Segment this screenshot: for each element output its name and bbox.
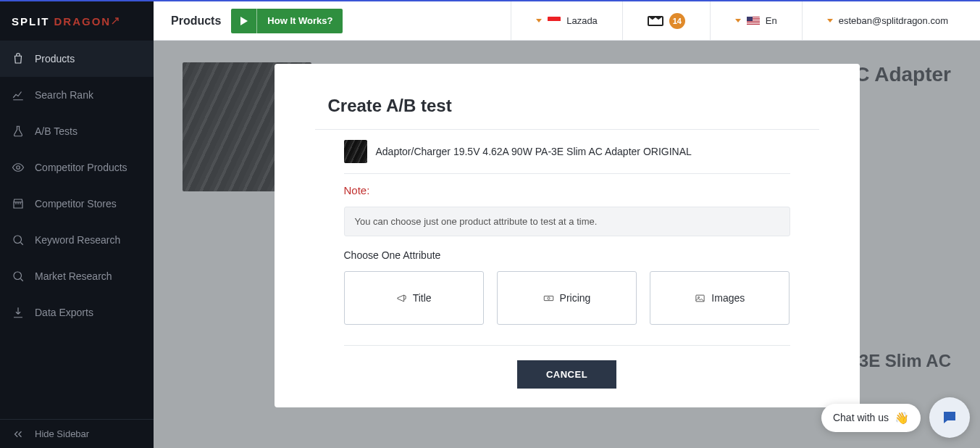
svg-point-0: [17, 166, 20, 170]
brand-part2: DRAGON: [54, 15, 112, 28]
caret-down-icon: [827, 19, 833, 22]
svg-point-1: [14, 236, 22, 244]
megaphone-icon: [396, 293, 407, 304]
attribute-label: Pricing: [560, 292, 591, 304]
caret-down-icon: [536, 19, 542, 22]
sidebar-item-label: Products: [35, 53, 75, 65]
sidebar-item-competitor-stores[interactable]: Competitor Stores: [0, 186, 154, 222]
language-label: En: [766, 15, 777, 26]
language-switcher[interactable]: En: [721, 1, 792, 41]
topbar: Products How It Works? Lazada 14 En: [154, 1, 980, 41]
attribute-title-card[interactable]: Title: [344, 271, 484, 325]
modal-title: Create A/B test: [315, 84, 819, 129]
page-title: Products: [171, 14, 221, 28]
modal-product-row: Adaptor/Charger 19.5V 4.62A 90W PA-3E Sl…: [275, 130, 860, 173]
platform-switcher[interactable]: Lazada: [522, 1, 612, 41]
chat-widget: Chat with us 👋: [821, 397, 970, 438]
image-icon: [695, 293, 705, 304]
attribute-label: Title: [413, 292, 432, 304]
sidebar-item-data-exports[interactable]: Data Exports: [0, 294, 154, 331]
sidebar-item-label: Market Research: [35, 270, 112, 282]
flask-icon: [12, 125, 25, 138]
sidebar-item-products[interactable]: Products: [0, 41, 154, 77]
sidebar-item-keyword-research[interactable]: Keyword Research: [0, 222, 154, 258]
sidebar-item-label: Search Rank: [35, 89, 93, 101]
flag-sg-icon: [548, 17, 561, 25]
sidebar-item-label: Keyword Research: [35, 234, 120, 246]
attribute-images-card[interactable]: Images: [650, 271, 790, 325]
notification-badge: 14: [669, 13, 685, 29]
attribute-options: Title Pricing Images: [344, 271, 790, 325]
main-region: Products How It Works? Lazada 14 En: [154, 1, 980, 448]
chat-pill[interactable]: Chat with us 👋: [821, 404, 921, 432]
sidebar-item-label: Competitor Products: [35, 162, 127, 173]
user-menu[interactable]: esteban@splitdragon.com: [813, 1, 963, 41]
sidebar-item-search-rank[interactable]: Search Rank: [0, 77, 154, 113]
logo[interactable]: SPLIT DRAGON: [0, 1, 154, 41]
sidebar: SPLIT DRAGON Products Search Rank A/B Te…: [0, 1, 154, 448]
caret-down-icon: [735, 19, 741, 22]
choose-attribute-label: Choose One Attribute: [344, 249, 790, 261]
search-alt-icon: [12, 270, 25, 283]
money-icon: [543, 293, 554, 304]
brand-part1: SPLIT: [12, 15, 50, 28]
sidebar-item-label: Competitor Stores: [35, 198, 117, 210]
svg-point-4: [548, 296, 550, 299]
note-box: You can choose just one product attribut…: [344, 207, 790, 236]
eye-icon: [12, 161, 25, 174]
chat-label: Chat with us: [833, 412, 889, 423]
download-icon: [12, 306, 25, 319]
sidebar-nav: Products Search Rank A/B Tests Competito…: [0, 41, 154, 419]
chart-line-icon: [12, 88, 25, 101]
chat-bubble-icon: [940, 409, 959, 426]
how-it-works-button[interactable]: How It Works?: [231, 9, 343, 33]
sidebar-item-ab-tests[interactable]: A/B Tests: [0, 113, 154, 149]
flag-us-icon: [747, 17, 760, 25]
play-icon: [231, 9, 257, 33]
chat-button[interactable]: [929, 397, 970, 438]
platform-label: Lazada: [566, 15, 598, 26]
sidebar-item-market-research[interactable]: Market Research: [0, 258, 154, 294]
bag-icon: [12, 52, 25, 65]
svg-point-6: [698, 296, 700, 298]
mail-icon: [648, 16, 663, 26]
brand-arrow-icon: [112, 17, 119, 25]
store-icon: [12, 197, 25, 210]
note-label: Note:: [344, 184, 790, 196]
sidebar-item-competitor-products[interactable]: Competitor Products: [0, 149, 154, 186]
hide-sidebar-label: Hide Sidebar: [35, 428, 89, 439]
search-icon: [12, 233, 25, 246]
user-email: esteban@splitdragon.com: [839, 15, 948, 26]
product-thumbnail: [344, 140, 367, 163]
content-area: im AC Adapter A-3E Slim AC Create A/B te…: [154, 41, 980, 448]
wave-emoji-icon: 👋: [895, 411, 909, 425]
modal-product-name: Adaptor/Charger 19.5V 4.62A 90W PA-3E Sl…: [376, 146, 692, 157]
chevrons-left-icon: [12, 428, 25, 441]
svg-rect-3: [544, 296, 553, 300]
cancel-button[interactable]: CANCEL: [517, 360, 616, 389]
create-ab-test-modal: Create A/B test Adaptor/Charger 19.5V 4.…: [275, 64, 860, 407]
svg-point-2: [14, 272, 22, 280]
hide-sidebar-button[interactable]: Hide Sidebar: [0, 419, 154, 448]
attribute-label: Images: [711, 292, 745, 304]
sidebar-item-label: A/B Tests: [35, 125, 78, 137]
modal-overlay[interactable]: Create A/B test Adaptor/Charger 19.5V 4.…: [154, 41, 980, 448]
sidebar-item-label: Data Exports: [35, 307, 93, 318]
how-it-works-label: How It Works?: [257, 15, 343, 26]
attribute-pricing-card[interactable]: Pricing: [497, 271, 637, 325]
notifications-button[interactable]: 14: [633, 1, 700, 41]
